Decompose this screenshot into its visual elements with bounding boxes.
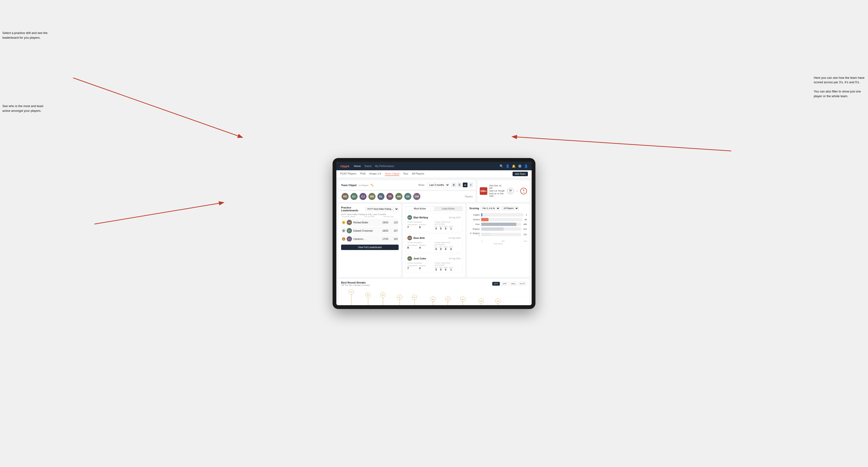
player-avatar-1[interactable]: RB <box>342 193 349 200</box>
lb-name-3: Cameron... <box>353 238 376 240</box>
settings-icon[interactable]: ⚙️ <box>518 164 522 168</box>
lb-table-header: PLAYER NAME PB SCORE PB AVG SQ <box>341 216 399 218</box>
lb-name-1: Richard Butler <box>353 221 376 224</box>
activity-name-1: Blair McHarg <box>413 216 428 219</box>
scoring-filter-players[interactable]: All Players <box>501 206 519 210</box>
lb-score-2: 18/20 <box>376 229 388 232</box>
drill-select[interactable]: PUTT Must Make Putting ... <box>365 207 399 211</box>
activity-avatar-2: RB <box>407 236 412 240</box>
drill-detail: PUTT Must Make Putting (3-6 ft), Last 3 … <box>341 213 399 216</box>
player-avatar-7[interactable]: AW <box>395 193 402 200</box>
lb-avg-3: 103 <box>388 238 398 240</box>
team-header-card: Team Clippd 14 Players ✏️ Show: Last 3 m… <box>339 180 475 190</box>
lb-score-1: 19/20 <box>376 221 388 224</box>
bell-icon[interactable]: 🔔 <box>512 164 516 168</box>
nav-teams[interactable]: Teams <box>364 165 372 167</box>
streaks-title: Best Round Streaks <box>341 281 370 284</box>
scoring-header: Scoring Par 3, 4 & 5s All Players <box>469 206 527 210</box>
streaks-chart: 7x 6x 6x 5x <box>341 288 527 305</box>
streaks-header: Best Round Streaks Off The Tee, Fairway … <box>341 281 527 286</box>
player-avatar-2[interactable]: EC <box>350 193 358 200</box>
streaks-tab-arg[interactable]: ARG <box>509 282 517 286</box>
search-icon[interactable]: 🔍 <box>500 164 503 168</box>
player-avatar-6[interactable]: TP <box>386 193 394 200</box>
scoring-card: Scoring Par 3, 4 & 5s All Players Eagles <box>467 204 529 277</box>
list-view-icon[interactable]: ☰ <box>457 183 462 187</box>
lb-avatar-2: EC <box>347 228 352 233</box>
annotation-right: Here you can see how the team have score… <box>814 71 866 98</box>
arrow-icon: → <box>515 189 519 193</box>
streaks-tab-ott[interactable]: OTT <box>492 282 500 286</box>
card-view-icon[interactable]: ▤ <box>463 183 467 187</box>
streak-dot-5: 5x <box>412 294 417 305</box>
subnav-hcaps[interactable]: Hcaps 1-5 <box>369 172 381 176</box>
activity-player-2: RB Rees Britt 02 Sep 2023 Total Rounds T… <box>405 234 463 253</box>
lb-rows: 1 RB Richard Butler 19/20 110 2 EC Edwar… <box>341 219 399 243</box>
leaderboard-card: Practice Leaderboards PUTT Must Make Put… <box>339 204 401 277</box>
subnav-pga[interactable]: PGA <box>360 172 366 176</box>
subnav-all-players[interactable]: All Players <box>412 172 424 176</box>
player-avatar-3[interactable]: CJ <box>360 193 367 200</box>
streaks-tab-putt[interactable]: PUTT <box>518 282 527 286</box>
subnav-team-clippd[interactable]: Team Clippd <box>385 172 399 176</box>
streak-dot-2: 6x <box>365 292 371 305</box>
activity-date-3: 26 Aug 2023 <box>448 257 461 260</box>
add-team-button[interactable]: Add Team <box>513 172 528 176</box>
rank-badge-1: 1 <box>342 221 345 224</box>
team-title: Team Clippd 14 Players ✏️ <box>341 183 374 187</box>
subnav-pgat[interactable]: PGAT Players <box>340 172 356 176</box>
lb-row-2: 2 EC Edward Crossman 18/20 107 <box>341 227 399 235</box>
streaks-tab-app[interactable]: APP <box>501 282 508 286</box>
streak-dot-3: 6x <box>380 292 385 305</box>
nav-links: Home Teams My Performance <box>354 165 500 167</box>
lb-avg-1: 110 <box>388 221 398 224</box>
view-toggle: ⊞ ☰ ▤ ≡ <box>452 183 473 187</box>
lb-avg-2: 107 <box>388 229 398 232</box>
tab-least-active[interactable]: Least Active <box>434 207 462 211</box>
lb-avatar-1: RB <box>347 220 352 225</box>
grid-view-icon[interactable]: ⊞ <box>452 183 456 187</box>
streaks-subtitle: Off The Tee, Fairway Accuracy <box>341 284 370 286</box>
activity-player-3: JC Josh Coles 26 Aug 2023 Total Rounds T… <box>405 254 463 273</box>
leaderboard-title: Practice Leaderboards <box>341 206 365 212</box>
activity-date-2: 02 Sep 2023 <box>448 237 461 239</box>
tab-most-active[interactable]: Most Active <box>406 207 434 211</box>
players-row: RB EC CJ MB KL TP AW SR DM Players <box>339 191 475 202</box>
activity-avatar-3: JC <box>407 256 412 261</box>
main-content: Team Clippd 14 Players ✏️ Show: Last 3 m… <box>336 178 532 305</box>
player-avatar-5[interactable]: KL <box>377 193 384 200</box>
user-avatar-icon[interactable]: 👤 <box>524 164 528 168</box>
activity-card: Most Active Least Active BM Blair McHarg… <box>403 204 465 277</box>
edit-icon[interactable]: ✏️ <box>371 184 374 187</box>
activity-name-3: Josh Coles <box>413 257 426 260</box>
view-leaderboard-button[interactable]: View Full Leaderboard <box>341 245 399 250</box>
streak-dot-4: 5x <box>397 294 402 305</box>
nav-icons: 🔍 👤 🔔 ⚙️ 👤 <box>500 164 528 168</box>
shot-badge: 198 SC <box>480 187 487 195</box>
nav-my-performance[interactable]: My Performance <box>375 165 394 167</box>
tablet: clippd Home Teams My Performance 🔍 👤 🔔 ⚙… <box>333 158 535 309</box>
nav-logo: clippd <box>340 164 349 168</box>
nav-home[interactable]: Home <box>354 165 361 167</box>
scoring-bar-chart: Eagles 3 Birdies 96 <box>469 212 527 239</box>
nav-bar: clippd Home Teams My Performance 🔍 👤 🔔 ⚙… <box>336 162 532 170</box>
shot-circle-end: 0 yds <box>520 188 527 194</box>
activity-player-1: BM Blair McHarg 26 Aug 2023 Total Rounds… <box>405 213 463 232</box>
shot-circle-start: 16 yds <box>507 188 514 194</box>
rank-badge-2: 2 <box>342 229 345 232</box>
svg-line-1 <box>94 203 222 224</box>
compact-view-icon[interactable]: ≡ <box>468 183 473 187</box>
player-avatar-8[interactable]: SR <box>404 193 411 200</box>
activity-avatar-1: BM <box>407 215 412 220</box>
show-period-select[interactable]: Last 3 months Last 6 months This year <box>427 183 450 187</box>
player-avatar-4[interactable]: MB <box>368 193 375 200</box>
bar-eagles: Eagles 3 <box>469 213 527 217</box>
shot-info-card: 198 SC Shot Dist: 16 yds Start Lie: Roug… <box>477 180 529 202</box>
subnav-tour[interactable]: Tour <box>403 172 408 176</box>
player-avatar-9[interactable]: DM <box>413 193 420 200</box>
streak-dot-7: 4x <box>445 297 451 305</box>
scoring-filter-par[interactable]: Par 3, 4 & 5s <box>480 206 500 210</box>
shot-details: Shot Dist: 16 yds Start Lie: Rough End L… <box>489 184 505 198</box>
person-icon[interactable]: 👤 <box>506 164 509 168</box>
lb-score-3: 17/20 <box>376 238 388 240</box>
